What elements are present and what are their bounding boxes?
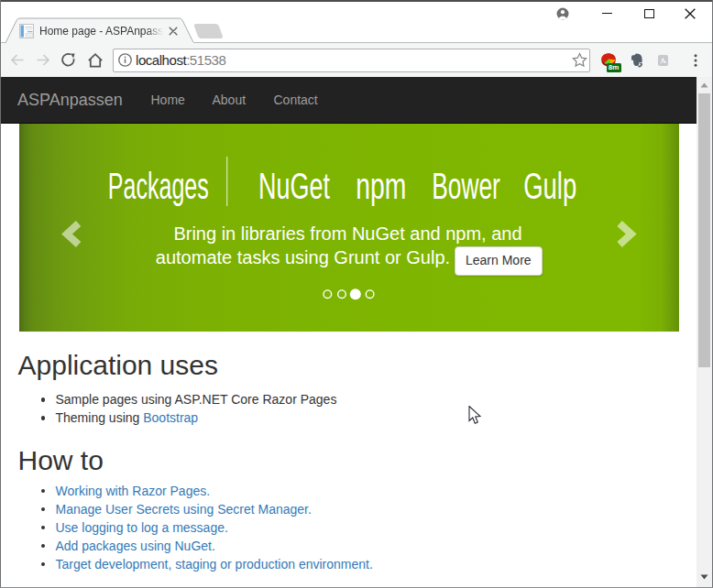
svg-text:Bower: Bower [432, 166, 500, 206]
svg-text:npm: npm [356, 166, 406, 206]
svg-text:Gulp: Gulp [523, 166, 576, 206]
svg-text:Packages: Packages [108, 166, 209, 206]
svg-text:NuGet: NuGet [258, 166, 330, 206]
